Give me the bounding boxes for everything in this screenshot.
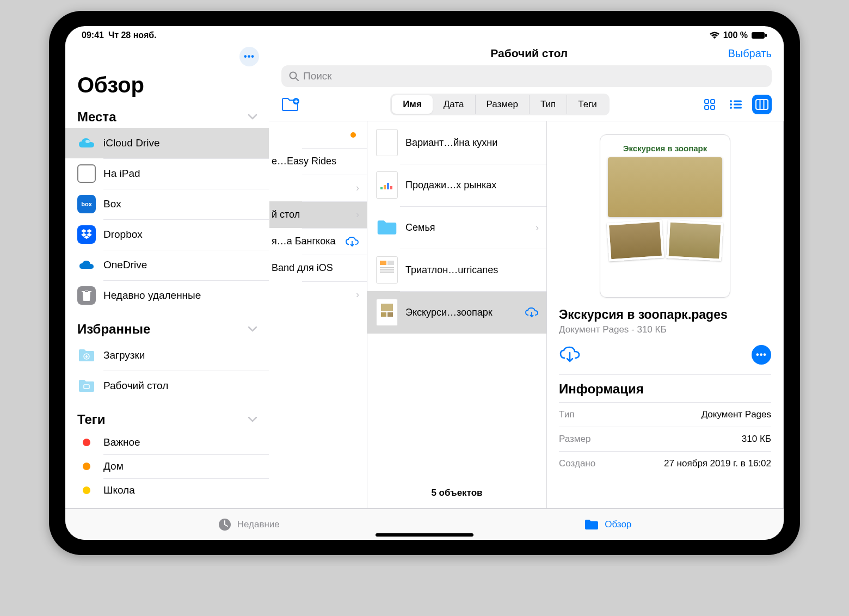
sidebar-section-places: Места iCloud Drive На iPad box Box Dropb… bbox=[65, 106, 269, 318]
svg-rect-23 bbox=[387, 183, 389, 189]
svg-rect-22 bbox=[384, 185, 386, 189]
trash-icon bbox=[77, 286, 96, 305]
document-thumb-icon bbox=[376, 256, 398, 284]
status-time: 09:41 bbox=[82, 30, 104, 40]
view-buttons bbox=[700, 95, 772, 114]
search-input[interactable]: Поиск bbox=[281, 65, 772, 87]
sidebar-tag-school[interactable]: Школа bbox=[65, 478, 269, 502]
location-title: Рабочий стол bbox=[330, 47, 728, 60]
info-header: Информация bbox=[559, 375, 771, 402]
download-button[interactable] bbox=[559, 346, 581, 364]
list-item[interactable]: › bbox=[269, 281, 367, 308]
list-item[interactable]: Экскурси…зоопарк bbox=[367, 291, 546, 334]
preview-thumbnail: Экскурсия в зоопарк bbox=[600, 134, 730, 298]
svg-point-2 bbox=[85, 140, 90, 143]
sort-type[interactable]: Тип bbox=[530, 95, 567, 114]
info-row: Создано27 ноября 2019 г. в 16:02 bbox=[559, 451, 771, 476]
svg-rect-17 bbox=[734, 107, 742, 109]
svg-rect-25 bbox=[380, 261, 386, 265]
list-item[interactable]: й стол› bbox=[269, 201, 367, 228]
list-item[interactable]: Продажи…х рынках bbox=[367, 164, 546, 206]
chevron-down-icon[interactable] bbox=[248, 327, 257, 332]
tag-dot-icon bbox=[350, 132, 356, 138]
cloud-download-icon bbox=[525, 307, 539, 318]
home-indicator[interactable] bbox=[376, 533, 473, 537]
list-item[interactable]: › bbox=[269, 175, 367, 201]
list-item[interactable] bbox=[269, 121, 367, 148]
list-item[interactable]: Семья › bbox=[367, 206, 546, 249]
sidebar-item-onedrive[interactable]: OneDrive bbox=[65, 250, 269, 280]
sidebar-more-button[interactable]: ••• bbox=[239, 47, 259, 66]
chevron-right-icon: › bbox=[536, 222, 539, 233]
wifi-icon bbox=[709, 32, 720, 39]
sidebar-label: iCloud Drive bbox=[103, 137, 159, 149]
list-item[interactable]: Вариант…йна кухни bbox=[367, 121, 546, 164]
search-icon bbox=[289, 71, 299, 81]
info-row: ТипДокумент Pages bbox=[559, 402, 771, 427]
chevron-right-icon: › bbox=[356, 182, 359, 194]
chevron-right-icon: › bbox=[356, 289, 359, 300]
toolbar: Имя Дата Размер Тип Теги bbox=[281, 87, 772, 121]
sidebar-item-trash[interactable]: Недавно удаленные bbox=[65, 280, 269, 311]
status-bar: 09:41 Чт 28 нояб. 100 % bbox=[65, 26, 784, 41]
tag-dot-icon bbox=[83, 463, 90, 470]
clock-icon bbox=[218, 518, 232, 532]
list-item[interactable]: Band для iOS bbox=[269, 255, 367, 281]
column-browser: e…Easy Rides › й стол› я…а Бангкока Band… bbox=[269, 121, 784, 508]
dropbox-icon bbox=[77, 225, 96, 244]
sidebar-item-downloads[interactable]: Загрузки bbox=[65, 340, 269, 371]
svg-point-12 bbox=[730, 100, 732, 102]
chevron-right-icon: › bbox=[356, 209, 359, 220]
svg-rect-32 bbox=[387, 312, 393, 317]
sidebar-label: На iPad bbox=[103, 168, 140, 180]
content-area: Рабочий стол Выбрать Поиск Имя Дата Разм… bbox=[269, 41, 784, 508]
onedrive-icon bbox=[77, 256, 96, 274]
select-button[interactable]: Выбрать bbox=[728, 47, 772, 60]
list-item[interactable]: я…а Бангкока bbox=[269, 228, 367, 255]
column-2: Вариант…йна кухни Продажи…х рынках Семья… bbox=[367, 121, 547, 508]
list-item[interactable]: Триатлон…urricanes bbox=[367, 249, 546, 291]
sidebar-label: OneDrive bbox=[103, 259, 147, 271]
preview-image bbox=[608, 157, 722, 217]
svg-line-6 bbox=[296, 78, 298, 81]
sidebar-item-desktop[interactable]: Рабочий стол bbox=[65, 371, 269, 401]
sort-name[interactable]: Имя bbox=[392, 95, 433, 114]
folder-icon bbox=[584, 519, 599, 531]
sidebar-item-box[interactable]: box Box bbox=[65, 189, 269, 219]
tab-browse[interactable]: Обзор bbox=[584, 519, 631, 531]
new-folder-button[interactable] bbox=[281, 97, 300, 112]
preview-column: Экскурсия в зоопарк Экскурсия в зоопарк.… bbox=[547, 121, 784, 508]
bottom-tab-bar: Недавние Обзор bbox=[65, 508, 784, 540]
sidebar-item-icloud[interactable]: iCloud Drive bbox=[65, 128, 269, 158]
sidebar-tag-important[interactable]: Важное bbox=[65, 430, 269, 454]
tab-recent[interactable]: Недавние bbox=[218, 518, 280, 532]
view-list-button[interactable] bbox=[726, 95, 746, 114]
svg-rect-9 bbox=[711, 100, 715, 103]
list-item[interactable]: e…Easy Rides bbox=[269, 148, 367, 175]
status-date: Чт 28 нояб. bbox=[108, 30, 157, 40]
view-grid-button[interactable] bbox=[700, 95, 719, 114]
sidebar-item-ipad[interactable]: На iPad bbox=[65, 158, 269, 189]
sidebar-label: Школа bbox=[103, 484, 135, 496]
ipad-frame: 09:41 Чт 28 нояб. 100 % ••• Обзор Места … bbox=[49, 11, 800, 555]
screen: 09:41 Чт 28 нояб. 100 % ••• Обзор Места … bbox=[65, 26, 784, 540]
preview-image bbox=[607, 220, 665, 262]
tag-dot-icon bbox=[83, 486, 90, 494]
chevron-down-icon[interactable] bbox=[248, 417, 257, 422]
sidebar-item-dropbox[interactable]: Dropbox bbox=[65, 219, 269, 250]
svg-rect-15 bbox=[734, 104, 742, 106]
more-actions-button[interactable]: ••• bbox=[752, 345, 771, 365]
chevron-down-icon[interactable] bbox=[248, 114, 257, 120]
sort-size[interactable]: Размер bbox=[476, 95, 530, 114]
document-thumb-icon bbox=[376, 171, 398, 199]
sort-tags[interactable]: Теги bbox=[567, 95, 608, 114]
main: ••• Обзор Места iCloud Drive На iPad box… bbox=[65, 41, 784, 508]
sidebar-tag-home[interactable]: Дом bbox=[65, 454, 269, 478]
folder-desktop-icon bbox=[77, 377, 96, 395]
sort-date[interactable]: Дата bbox=[433, 95, 476, 114]
tags-header: Теги bbox=[77, 412, 106, 427]
svg-rect-31 bbox=[381, 312, 386, 317]
svg-rect-29 bbox=[380, 272, 394, 273]
view-column-button[interactable] bbox=[752, 95, 772, 114]
search-placeholder: Поиск bbox=[303, 70, 332, 82]
